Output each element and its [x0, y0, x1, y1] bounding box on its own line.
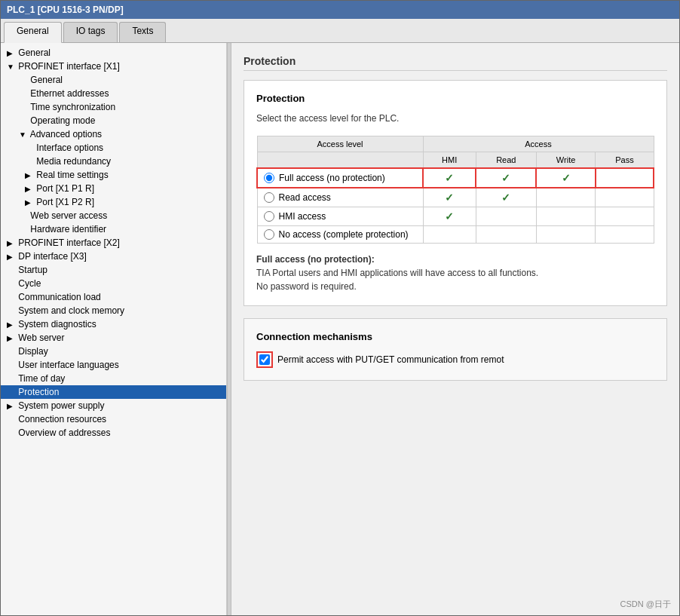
permit-access-row: Permit access with PUT/GET communication… — [256, 351, 654, 368]
full-access-desc-line1: TIA Portal users and HMI applications wi… — [256, 266, 654, 280]
sidebar-item-system-diagnostics[interactable]: ▶ System diagnostics — [1, 317, 226, 331]
window-title: PLC_1 [CPU 1516-3 PN/DP] — [7, 5, 124, 15]
sidebar-item-real-time-settings[interactable]: ▶ Real time settings — [1, 168, 226, 182]
hmi-access-label: HMI access — [279, 211, 326, 222]
read-access-read: ✓ — [476, 188, 536, 207]
read-access-cell: Read access — [257, 188, 423, 207]
sidebar-item-media-redundancy[interactable]: Media redundancy — [1, 155, 226, 168]
check-icon: ✓ — [445, 192, 454, 204]
hmi-access-read — [476, 207, 536, 226]
read-access-hmi: ✓ — [423, 188, 476, 207]
subsection-title: Protection — [256, 93, 654, 104]
hmi-access-hmi: ✓ — [423, 207, 476, 226]
expand-icon: ▶ — [25, 185, 34, 193]
sidebar-item-time-sync[interactable]: Time synchronization — [1, 100, 226, 114]
no-access-radio[interactable] — [264, 229, 274, 240]
sidebar-item-connection-resources[interactable]: Connection resources — [1, 412, 226, 426]
table-row-read-access: Read access ✓ ✓ — [257, 188, 654, 207]
full-access-desc-title: Full access (no protection): — [256, 254, 375, 265]
sidebar-item-advanced-options[interactable]: ▼ Advanced options — [1, 127, 226, 141]
sidebar-item-general-top[interactable]: ▶ General — [1, 46, 226, 60]
expand-icon: ▼ — [7, 63, 16, 71]
th-write: Write — [536, 152, 596, 169]
tab-io-tags[interactable]: IO tags — [63, 22, 118, 42]
sidebar-item-system-power-supply[interactable]: ▶ System power supply — [1, 399, 226, 412]
sidebar-item-startup[interactable]: Startup — [1, 263, 226, 277]
main-panel: Protection Protection Select the access … — [231, 43, 679, 615]
full-access-label: Full access (no protection) — [279, 173, 385, 183]
expand-icon: ▶ — [7, 253, 16, 261]
full-access-cell: Full access (no protection) — [257, 168, 423, 188]
th-access-level: Access level — [257, 136, 423, 152]
th-access: Access — [423, 136, 654, 152]
full-access-description: Full access (no protection): TIA Portal … — [256, 253, 654, 293]
sidebar-item-web-server-access[interactable]: Web server access — [1, 209, 226, 222]
sidebar-item-interface-options[interactable]: Interface options — [1, 141, 226, 155]
sidebar-item-cycle[interactable]: Cycle — [1, 277, 226, 290]
sidebar-item-profinet-general[interactable]: General — [1, 73, 226, 87]
expand-icon: ▶ — [25, 198, 34, 207]
th-empty — [257, 152, 423, 169]
sidebar-item-web-server[interactable]: ▶ Web server — [1, 331, 226, 345]
sidebar-item-port-x1p1r[interactable]: ▶ Port [X1 P1 R] — [1, 182, 226, 195]
expand-icon: ▶ — [7, 334, 16, 342]
expand-icon: ▶ — [7, 320, 16, 329]
sidebar-item-overview-addresses[interactable]: Overview of addresses — [1, 426, 226, 440]
permit-access-checkbox-outlined — [256, 351, 273, 368]
full-access-desc-line2: No password is required. — [256, 280, 654, 293]
table-row-hmi-access: HMI access ✓ — [257, 207, 654, 226]
permit-access-label: Permit access with PUT/GET communication… — [277, 354, 504, 365]
hmi-access-radio[interactable] — [264, 211, 274, 222]
tab-texts[interactable]: Texts — [119, 22, 166, 42]
sidebar-item-operating-mode[interactable]: Operating mode — [1, 114, 226, 127]
full-access-hmi: ✓ — [423, 168, 476, 188]
sidebar-item-dp-x3[interactable]: ▶ DP interface [X3] — [1, 250, 226, 263]
sidebar-item-user-interface-languages[interactable]: User interface languages — [1, 358, 226, 372]
no-access-write — [536, 226, 596, 244]
check-icon: ✓ — [501, 172, 510, 184]
access-level-table: Access level Access HMI Read Write Pass — [256, 136, 654, 244]
sidebar-item-protection[interactable]: Protection — [1, 385, 226, 399]
protection-subsection: Protection Select the access level for t… — [244, 80, 667, 306]
hmi-access-pass — [596, 207, 654, 226]
watermark: CSDN @日于 — [620, 599, 671, 610]
content-area: ▶ General ▼ PROFINET interface [X1] Gene… — [1, 43, 679, 615]
sidebar-item-ethernet-addresses[interactable]: Ethernet addresses — [1, 87, 226, 100]
read-access-write — [536, 188, 596, 207]
sidebar-item-display[interactable]: Display — [1, 345, 226, 358]
section-title: Protection — [244, 55, 667, 71]
title-bar: PLC_1 [CPU 1516-3 PN/DP] — [1, 1, 679, 19]
sidebar-item-system-clock-memory[interactable]: System and clock memory — [1, 304, 226, 317]
sidebar-item-profinet-x1[interactable]: ▼ PROFINET interface [X1] — [1, 60, 226, 73]
th-read: Read — [476, 152, 536, 169]
full-access-pass — [596, 168, 654, 188]
main-window: PLC_1 [CPU 1516-3 PN/DP] General IO tags… — [0, 0, 680, 616]
expand-icon: ▶ — [7, 239, 16, 247]
connection-mechanisms-title: Connection mechanisms — [256, 331, 654, 342]
permit-access-checkbox[interactable] — [259, 354, 270, 365]
check-icon: ✓ — [501, 192, 510, 204]
no-access-read — [476, 226, 536, 244]
no-access-cell: No access (complete protection) — [257, 226, 423, 244]
full-access-radio[interactable] — [264, 173, 274, 183]
sidebar: ▶ General ▼ PROFINET interface [X1] Gene… — [1, 43, 227, 615]
sidebar-item-communication-load[interactable]: Communication load — [1, 290, 226, 304]
connection-mechanisms-section: Connection mechanisms Permit access with… — [244, 318, 667, 381]
tab-general[interactable]: General — [4, 22, 62, 43]
table-row-full-access: Full access (no protection) ✓ ✓ ✓ — [257, 168, 654, 188]
sidebar-item-time-of-day[interactable]: Time of day — [1, 372, 226, 385]
check-icon: ✓ — [445, 210, 454, 222]
no-access-hmi — [423, 226, 476, 244]
access-level-description: Select the access level for the PLC. — [256, 113, 654, 124]
hmi-access-cell: HMI access — [257, 207, 423, 226]
th-pass: Pass — [596, 152, 654, 169]
sidebar-item-port-x1p2r[interactable]: ▶ Port [X1 P2 R] — [1, 195, 226, 209]
table-row-no-access: No access (complete protection) — [257, 226, 654, 244]
sidebar-item-profinet-x2[interactable]: ▶ PROFINET interface [X2] — [1, 236, 226, 250]
expand-icon: ▶ — [7, 49, 16, 57]
no-access-label: No access (complete protection) — [279, 229, 409, 240]
sidebar-item-hardware-identifier[interactable]: Hardware identifier — [1, 222, 226, 236]
th-hmi: HMI — [423, 152, 476, 169]
read-access-radio[interactable] — [264, 192, 274, 203]
read-access-pass — [596, 188, 654, 207]
